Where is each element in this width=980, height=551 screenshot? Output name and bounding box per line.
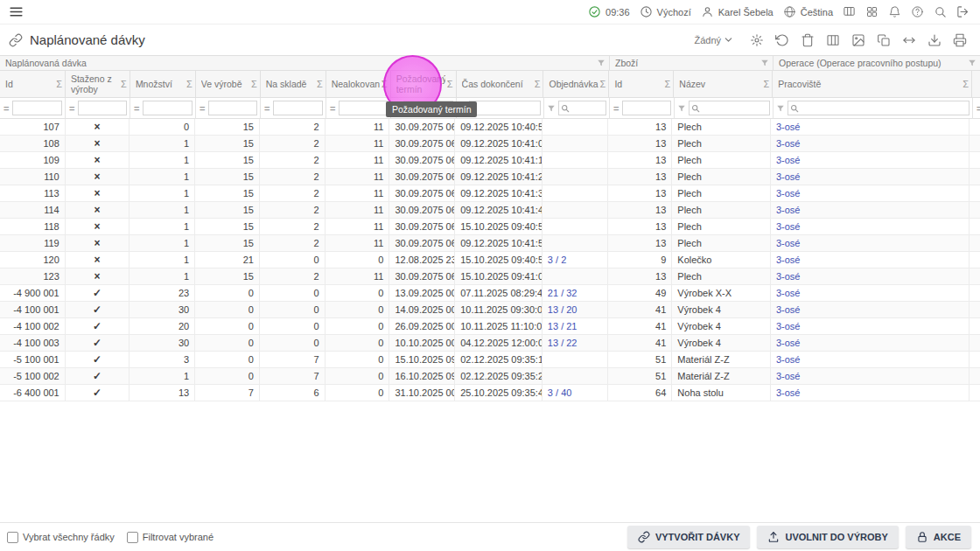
table-row[interactable]: 114×11521130.09.2075 06:109.12.2025 10:4… [0,202,980,219]
select-all-checkbox[interactable] [7,532,18,543]
cell-link[interactable]: 13 / 22 [548,338,578,348]
cell-link[interactable]: 3-osé [776,155,801,165]
sum-icon[interactable]: Σ [382,79,388,89]
filter-selected-checkbox[interactable] [127,532,138,543]
filter-operator-icon[interactable]: = [68,103,75,114]
sum-icon[interactable]: Σ [665,79,671,89]
cell-link[interactable]: 3-osé [776,122,801,132]
filter-input[interactable] [273,101,323,115]
table-row[interactable]: 113×11521130.09.2075 06:109.12.2025 10:4… [0,185,980,202]
filter-input[interactable] [571,101,604,115]
cell-link[interactable]: 3-osé [776,288,801,298]
filter-input[interactable] [12,101,62,115]
filter-input[interactable] [339,101,388,115]
cell-link[interactable]: 3-osé [776,238,801,248]
table-row[interactable]: 120×1210012.08.2025 23:515.10.2025 09:40… [0,252,980,269]
table-row[interactable]: -5 100 002✓107016.10.2025 09:302.12.2025… [0,368,980,385]
column-header[interactable]: Staženo z výrobyΣ [66,71,130,98]
filter-input[interactable] [469,101,541,115]
table-row[interactable]: 119×11521130.09.2075 06:109.12.2025 10:4… [0,235,980,252]
filter-operator-icon[interactable]: = [612,103,620,114]
delete-button[interactable] [798,31,817,50]
notifications-icon[interactable] [888,5,901,18]
column-header[interactable]: IdΣ [0,71,66,98]
column-header[interactable]: IdΣ [609,71,674,98]
column-header[interactable] [972,71,980,98]
print-button[interactable] [950,31,970,50]
cell-link[interactable]: 3-osé [776,371,801,381]
filter-input[interactable] [208,101,257,115]
sum-icon[interactable]: Σ [447,79,453,89]
table-row[interactable]: -6 400 001✓1376031.10.2025 00:025.10.202… [0,385,980,401]
table-row[interactable]: 108×11521130.09.2075 06:109.12.2025 10:4… [0,136,980,152]
selection-mode-dropdown[interactable]: Žádný [694,34,734,45]
apps-icon[interactable] [865,5,878,18]
language-selector[interactable]: Čeština [783,5,833,18]
sum-icon[interactable]: Σ [56,79,62,89]
cell-link[interactable]: 3-osé [776,221,801,232]
column-header[interactable]: Ve výroběΣ [196,71,261,98]
filter-funnel-icon[interactable] [760,59,769,67]
cell-link[interactable]: 3-osé [776,354,801,365]
reset-button[interactable] [773,31,792,50]
cell-link[interactable]: 3-osé [776,321,801,331]
help-icon[interactable] [911,5,924,18]
sum-icon[interactable]: Σ [251,79,257,89]
cell-link[interactable]: 3-osé [776,255,801,265]
search-icon[interactable] [934,5,947,18]
filter-input[interactable] [143,101,192,115]
funnel-icon[interactable] [776,104,785,113]
cell-link[interactable]: 3-osé [776,304,801,315]
cell-link[interactable]: 13 / 21 [548,321,578,331]
table-row[interactable]: -4 100 001✓3000014.09.2025 00:010.11.202… [0,302,980,318]
auto-width-button[interactable] [900,31,919,50]
filter-input[interactable] [622,101,671,115]
filter-operator-icon[interactable]: = [263,103,270,114]
cell-link[interactable]: 3-osé [776,138,801,149]
cell-link[interactable]: 3-osé [776,338,801,348]
cell-link[interactable]: 21 / 32 [548,288,578,298]
table-row[interactable]: -4 100 002✓2000026.09.2025 00:010.11.202… [0,318,980,335]
cell-link[interactable]: 3-osé [776,271,801,282]
copy-layout-button[interactable] [874,31,893,50]
column-header[interactable]: PracovištěΣ [773,71,972,98]
filter-input[interactable] [702,101,767,115]
sum-icon[interactable]: Σ [317,79,323,89]
column-header[interactable]: MnožstvíΣ [130,71,196,98]
column-header[interactable]: NealokovanéΣ [326,71,391,98]
user-menu[interactable]: Karel Šebela [701,5,774,18]
sum-icon[interactable]: Σ [121,79,127,89]
filter-input[interactable] [78,101,127,115]
cell-link[interactable]: 3-osé [776,387,801,398]
filter-operator-icon[interactable]: = [133,103,140,114]
search-filter[interactable] [558,101,606,115]
column-header[interactable]: Požadovaný termínΣ [391,71,457,98]
column-header[interactable]: NázevΣ [674,71,773,98]
search-filter[interactable] [689,101,770,115]
filter-funnel-icon[interactable] [597,59,606,67]
create-batches-button[interactable]: VYTVOŘIT DÁVKY [627,526,751,548]
sum-icon[interactable]: Σ [186,79,192,89]
download-button[interactable] [925,31,944,50]
table-row[interactable]: 118×11521130.09.2075 06:115.10.2025 09:4… [0,219,980,235]
cell-link[interactable]: 3 / 2 [548,255,566,265]
actions-button[interactable]: AKCE [906,526,971,548]
image-export-button[interactable] [849,31,868,50]
funnel-icon[interactable] [677,104,686,113]
column-header[interactable]: ObjednávkaΣ [543,71,609,98]
column-chooser-button[interactable] [823,31,843,50]
column-header[interactable]: Na skladěΣ [261,71,326,98]
filter-operator-icon[interactable]: = [3,103,10,114]
cell-link[interactable]: 3-osé [776,188,801,199]
filter-operator-icon[interactable]: = [976,103,980,114]
sum-icon[interactable]: Σ [535,79,541,89]
filter-funnel-icon[interactable] [968,59,976,67]
cell-link[interactable]: 13 / 20 [548,304,578,315]
cell-link[interactable]: 3 / 40 [548,387,572,398]
column-header[interactable]: Čas dokončeníΣ [457,71,544,98]
view-selector[interactable]: Výchozí [640,5,691,18]
table-row[interactable]: -4 100 003✓3000010.10.2025 00:004.12.202… [0,335,980,352]
settings-button[interactable] [747,31,766,50]
sum-icon[interactable]: Σ [763,79,769,89]
table-row[interactable]: 110×11521130.09.2075 06:109.12.2025 10:4… [0,169,980,185]
